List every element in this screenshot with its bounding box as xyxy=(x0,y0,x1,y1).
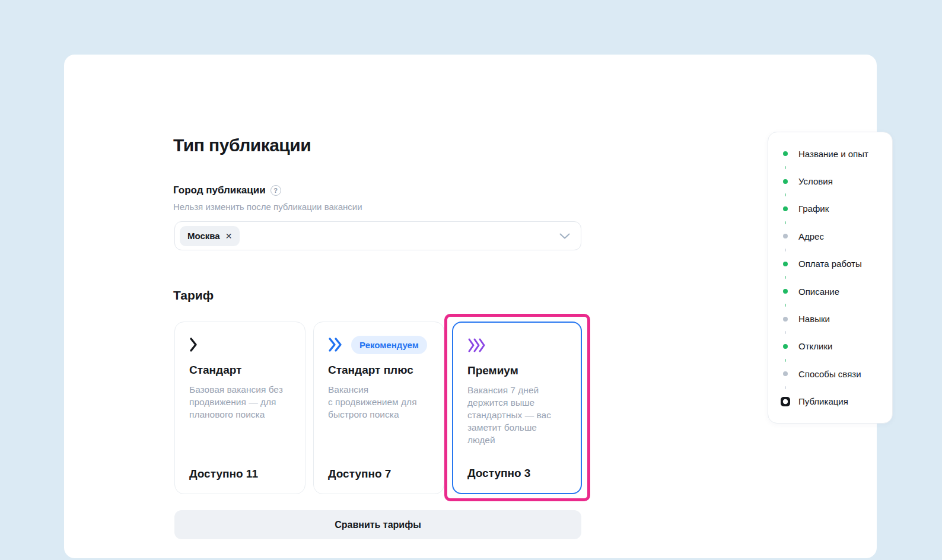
tariff-card-description: Вакансия 7 дней держится выше стандартны… xyxy=(467,384,567,446)
step-dot-icon xyxy=(781,287,790,296)
step-schedule[interactable]: График xyxy=(768,195,892,222)
steps-panel: Название и опыт Условия График Адрес Опл… xyxy=(768,132,893,424)
tariff-card-title: Премиум xyxy=(467,364,567,377)
step-dot-icon xyxy=(781,149,790,158)
recommended-badge: Рекомендуем xyxy=(351,336,427,354)
step-publication[interactable]: Публикация xyxy=(768,388,892,415)
city-field-hint: Нельзя изменить после публикации ваканси… xyxy=(173,202,362,212)
tariff-card-available: Доступно 7 xyxy=(328,467,391,481)
tariff-card-standard[interactable]: Стандарт Базовая вакансия без продвижени… xyxy=(174,322,305,494)
step-dot-icon xyxy=(781,259,790,269)
step-dot-icon xyxy=(781,204,790,214)
tariff-card-description: Базовая вакансия без продвижения — для п… xyxy=(189,383,291,421)
step-current-icon xyxy=(781,397,790,406)
tariff-card-premium[interactable]: Премиум Вакансия 7 дней держится выше ст… xyxy=(452,322,582,494)
chevron-down-icon[interactable] xyxy=(559,233,570,239)
step-dot-icon xyxy=(781,314,790,324)
step-dot-icon xyxy=(781,369,790,378)
tariff-card-description: Вакансия с продвижением для быстрого пои… xyxy=(328,383,429,421)
step-contact-methods[interactable]: Способы связи xyxy=(768,360,892,387)
compare-tariffs-button[interactable]: Сравнить тарифы xyxy=(174,510,581,539)
city-select[interactable]: Москва ✕ xyxy=(174,221,581,250)
close-icon[interactable]: ✕ xyxy=(225,232,233,240)
tariff-card-title: Стандарт xyxy=(189,364,291,377)
step-description[interactable]: Описание xyxy=(768,278,892,305)
chevron-triple-icon xyxy=(467,338,486,353)
step-dot-icon xyxy=(781,231,790,241)
step-title-experience[interactable]: Название и опыт xyxy=(768,140,892,167)
city-chip: Москва ✕ xyxy=(180,226,240,246)
chevron-double-icon xyxy=(328,336,343,353)
city-chip-label: Москва xyxy=(187,231,220,241)
tariff-card-available: Доступно 11 xyxy=(189,467,258,481)
publication-form-card: Тип публикации Город публикации ? Нельзя… xyxy=(64,55,877,558)
step-payment[interactable]: Оплата работы xyxy=(768,250,892,278)
step-skills[interactable]: Навыки xyxy=(768,305,892,332)
step-address[interactable]: Адрес xyxy=(768,222,892,250)
step-responses[interactable]: Отклики xyxy=(768,333,892,360)
step-dot-icon xyxy=(781,342,790,351)
chevron-single-icon xyxy=(189,336,198,353)
help-icon[interactable]: ? xyxy=(270,185,281,196)
tariff-card-standard-plus[interactable]: Рекомендуем Стандарт плюс Вакансия с про… xyxy=(313,322,444,494)
page-title: Тип публикации xyxy=(173,135,311,155)
tariff-card-title: Стандарт плюс xyxy=(328,364,429,377)
tariff-section-title: Тариф xyxy=(173,288,214,303)
tariff-card-available: Доступно 3 xyxy=(467,467,530,480)
city-field-label-row: Город публикации ? xyxy=(173,184,281,196)
step-conditions[interactable]: Условия xyxy=(768,167,892,195)
city-field-label: Город публикации xyxy=(173,184,266,196)
step-dot-icon xyxy=(781,177,790,186)
